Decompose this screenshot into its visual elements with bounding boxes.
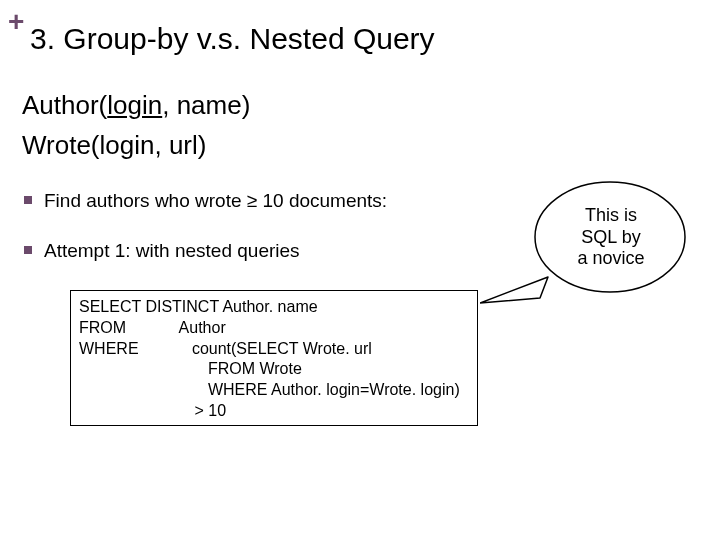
note-line-2: SQL by — [581, 227, 640, 247]
schema-author-suffix: , name) — [162, 90, 250, 120]
bullet-find-authors-text: Find authors who wrote ≥ 10 documents: — [44, 190, 387, 211]
slide-title: 3. Group-by v.s. Nested Query — [30, 22, 435, 56]
note-line-1: This is — [585, 205, 637, 225]
bullet-find-authors: Find authors who wrote ≥ 10 documents: — [24, 190, 387, 212]
schema-author-prefix: Author( — [22, 90, 107, 120]
plus-decoration: + — [8, 6, 24, 38]
bullet-icon — [24, 246, 32, 254]
bullet-attempt1-text: Attempt 1: with nested queries — [44, 240, 300, 261]
note-line-3: a novice — [577, 248, 644, 268]
callout-tail-icon — [480, 273, 560, 313]
schema-line-author: Author(login, name) — [22, 90, 250, 121]
bullet-attempt1: Attempt 1: with nested queries — [24, 240, 300, 262]
sql-code-box: SELECT DISTINCT Author. name FROM Author… — [70, 290, 478, 426]
schema-line-wrote: Wrote(login, url) — [22, 130, 206, 161]
svg-marker-1 — [480, 277, 548, 303]
schema-author-key: login — [107, 90, 162, 120]
note-text: This is SQL by a novice — [561, 205, 661, 270]
bullet-icon — [24, 196, 32, 204]
